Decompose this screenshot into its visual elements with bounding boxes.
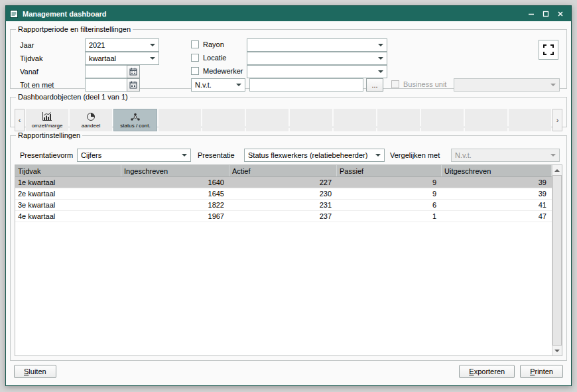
- report-settings-title: Rapportinstellingen: [16, 131, 82, 139]
- filter-group: Rapportperiode en filterinstellingen Jaa…: [10, 25, 567, 89]
- dashboard-tile-empty[interactable]: [159, 109, 201, 131]
- table-row-3e-kwartaal[interactable]: 3e kwartaal1822231641: [15, 200, 552, 211]
- vanaf-label: Vanaf: [20, 68, 38, 76]
- tile-label: omzet/marge: [32, 123, 63, 129]
- tot-en-met-calendar-button[interactable]: [127, 78, 140, 92]
- row-value: 9: [337, 177, 442, 188]
- row-value: 1: [337, 211, 442, 222]
- filter-group-title: Rapportperiode en filterinstellingen: [16, 25, 133, 33]
- dashboard-objects-group: Dashboardobjecten (deel 1 van 1) ‹ omzet…: [10, 93, 567, 127]
- vanaf-input[interactable]: [86, 66, 127, 78]
- dashboard-tile-empty[interactable]: [202, 109, 245, 131]
- dashboard-tile-aandeel[interactable]: aandeel: [70, 109, 112, 131]
- scroll-up-button[interactable]: [552, 165, 562, 175]
- rayon-select[interactable]: [247, 38, 387, 52]
- dashboard-tile-omzet-marge[interactable]: omzet/marge: [26, 109, 68, 131]
- presentatievorm-select[interactable]: Cijfers: [77, 149, 191, 162]
- column-header-ingeschreven[interactable]: Ingeschreven: [121, 165, 229, 176]
- column-header-actief[interactable]: Actief: [229, 165, 337, 176]
- tiles-next-button[interactable]: ›: [552, 109, 562, 131]
- chevron-down-icon: [150, 57, 155, 60]
- medewerker-select[interactable]: [247, 65, 387, 78]
- fullscreen-button[interactable]: [539, 40, 558, 60]
- maximize-button[interactable]: [539, 8, 553, 19]
- table-row-2e-kwartaal[interactable]: 2e kwartaal1645230939: [15, 188, 552, 200]
- chevron-down-icon: [236, 84, 241, 86]
- row-label: 2e kwartaal: [15, 188, 121, 199]
- dashboard-tile-empty[interactable]: [421, 109, 464, 131]
- chevron-right-icon: ›: [556, 116, 559, 124]
- sluiten-button[interactable]: Sluiten: [14, 365, 56, 378]
- presentatie-select[interactable]: Status flexwerkers (relatiebeheerder): [244, 149, 385, 162]
- table-row-4e-kwartaal[interactable]: 4e kwartaal1967237147: [15, 211, 552, 222]
- dashboard-tile-empty[interactable]: [290, 109, 332, 131]
- dashboard-tile-empty[interactable]: [246, 109, 288, 131]
- results-table: TijdvakIngeschrevenActiefPassiefUitgesch…: [15, 164, 562, 356]
- row-value: 1967: [121, 211, 229, 222]
- row-value: 1822: [121, 200, 229, 210]
- tile-label: aandeel: [82, 123, 100, 129]
- table-row-1e-kwartaal[interactable]: 1e kwartaal1640227939: [15, 177, 552, 188]
- nvt-select[interactable]: N.v.t.: [191, 78, 245, 92]
- tijdvak-select[interactable]: kwartaal: [85, 52, 159, 65]
- row-value: 39: [442, 188, 552, 199]
- close-icon: [557, 11, 564, 17]
- management-dashboard-window: Management dashboard Rapportperiode en f…: [5, 5, 572, 386]
- close-button[interactable]: [553, 8, 568, 19]
- app-icon: [9, 9, 19, 19]
- column-header-tijdvak[interactable]: Tijdvak: [15, 165, 121, 176]
- chevron-down-icon: [182, 154, 187, 157]
- dashboard-tile-status-cont[interactable]: status / cont.: [113, 109, 157, 131]
- fullscreen-corners-icon: [543, 44, 554, 56]
- column-header-passief[interactable]: Passief: [337, 165, 442, 176]
- pie-chart-icon: [86, 112, 96, 122]
- table-main: TijdvakIngeschrevenActiefPassiefUitgesch…: [15, 165, 552, 356]
- scroll-up-icon: [554, 169, 560, 172]
- dashboard-tile-empty[interactable]: [334, 109, 376, 131]
- report-settings-group: Rapportinstellingen Presentatievorm Cijf…: [10, 131, 567, 361]
- scroll-down-button[interactable]: [552, 346, 562, 356]
- row-value: 1645: [121, 188, 229, 199]
- printen-button[interactable]: Printen: [520, 365, 563, 378]
- vergelijken-met-value: N.v.t.: [455, 151, 472, 159]
- locatie-checkbox[interactable]: Locatie: [191, 54, 226, 62]
- vertical-scrollbar[interactable]: [552, 165, 562, 356]
- row-value: 39: [442, 177, 552, 188]
- jaar-label: Jaar: [20, 41, 34, 49]
- checkbox-box-icon: [191, 40, 199, 48]
- vrij-veld-input[interactable]: [250, 79, 363, 91]
- row-value: 41: [442, 200, 552, 210]
- column-header-uitgeschreven[interactable]: Uitgeschreven: [442, 165, 552, 176]
- jaar-select[interactable]: 2021: [85, 38, 159, 52]
- vergelijken-met-label: Vergelijken met: [390, 151, 440, 159]
- medewerker-checkbox[interactable]: Medewerker: [191, 67, 243, 75]
- dashboard-tile-empty[interactable]: [509, 109, 551, 131]
- browse-button[interactable]: ...: [366, 78, 383, 92]
- rayon-checkbox[interactable]: Rayon: [191, 40, 224, 48]
- locatie-select[interactable]: [247, 52, 387, 65]
- vanaf-field-wrap: [85, 65, 127, 78]
- row-value: 9: [337, 188, 442, 199]
- tiles-prev-button[interactable]: ‹: [15, 109, 25, 131]
- checkbox-box-icon: [191, 67, 199, 75]
- row-value: 1640: [121, 177, 229, 188]
- dashboard-tile-empty[interactable]: [377, 109, 420, 131]
- presentatie-value: Status flexwerkers (relatiebeheerder): [248, 151, 367, 159]
- tot-en-met-input[interactable]: [86, 79, 127, 91]
- presentatievorm-value: Cijfers: [81, 151, 101, 159]
- business-unit-label: Business unit: [403, 80, 446, 88]
- medewerker-label: Medewerker: [203, 67, 243, 75]
- titlebar[interactable]: Management dashboard: [6, 6, 571, 21]
- checkbox-box-icon: [391, 80, 399, 88]
- minimize-button[interactable]: [524, 8, 539, 19]
- business-unit-checkbox[interactable]: Business unit: [391, 80, 446, 88]
- row-label: 3e kwartaal: [15, 200, 121, 210]
- row-value: 47: [442, 211, 552, 222]
- vanaf-calendar-button[interactable]: [127, 65, 140, 78]
- calendar-icon: [129, 68, 137, 76]
- nvt-value: N.v.t.: [195, 81, 212, 89]
- scrollbar-thumb[interactable]: [552, 175, 562, 346]
- tot-en-met-label: Tot en met: [20, 81, 54, 89]
- dashboard-tile-empty[interactable]: [465, 109, 507, 131]
- exporteren-button[interactable]: Exporteren: [459, 365, 515, 378]
